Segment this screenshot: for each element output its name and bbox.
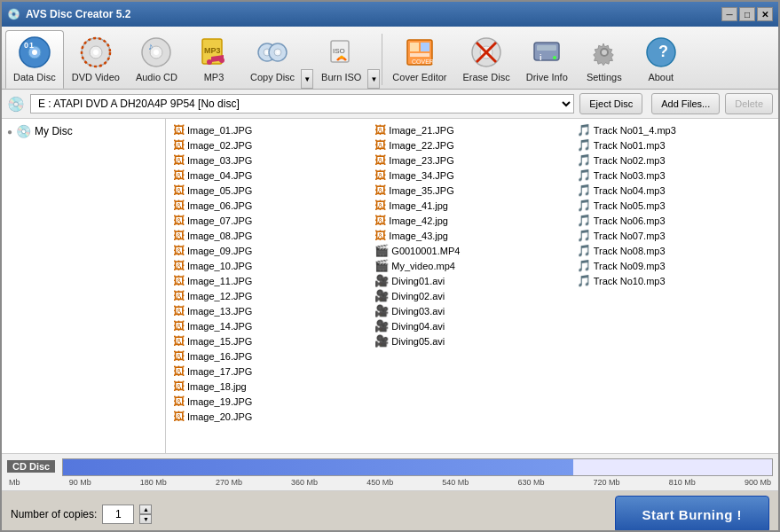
file-type-icon: 🖼 [374, 184, 386, 197]
copies-spin-down[interactable]: ▼ [139, 514, 152, 524]
file-item[interactable]: 🖼Image_07.JPG [169, 213, 371, 228]
svg-rect-28 [410, 53, 429, 57]
audio-cd-icon: ♪ [138, 35, 174, 70]
copies-input[interactable] [102, 505, 134, 524]
dvd-video-label: DVD Video [72, 72, 120, 82]
burn-iso-dropdown[interactable]: ▼ [367, 69, 380, 89]
toolbar-settings[interactable]: Settings [576, 30, 633, 89]
file-item[interactable]: 🎥Diving01.avi [371, 273, 572, 288]
file-item[interactable]: 🖼Image_22.JPG [371, 137, 572, 153]
file-item[interactable]: 🎵Track No01_4.mp3 [573, 122, 775, 137]
file-item[interactable]: 🖼Image_18.jpg [169, 379, 371, 394]
file-item[interactable]: 🖼Image_04.JPG [169, 168, 371, 183]
file-item[interactable]: 🖼Image_16.JPG [169, 348, 371, 364]
file-item[interactable]: 🖼Image_34.JPG [371, 168, 572, 183]
file-item[interactable]: 🎵Track No01.mp3 [573, 137, 775, 153]
file-item[interactable]: 🎵Track No07.mp3 [573, 228, 775, 243]
file-item[interactable]: 🎵Track No03.mp3 [573, 168, 775, 183]
copies-area: Number of copies: ▲ ▼ [11, 505, 152, 524]
file-item[interactable]: 🎵Track No06.mp3 [573, 213, 775, 228]
file-item[interactable]: 🖼Image_11.JPG [169, 273, 371, 288]
file-item[interactable]: 🎵Track No04.mp3 [573, 183, 775, 198]
file-item[interactable]: 🖼Image_06.JPG [169, 198, 371, 213]
file-item[interactable]: 🎬My_video.mp4 [371, 258, 572, 273]
file-type-icon: 🖼 [173, 364, 185, 378]
file-item[interactable]: 🖼Image_15.JPG [169, 333, 371, 348]
file-item[interactable]: 🖼Image_03.JPG [169, 153, 371, 168]
burn-iso-icon: ISO [324, 35, 359, 70]
file-type-icon: 🖼 [173, 168, 185, 182]
file-item[interactable]: 🎵Track No02.mp3 [573, 153, 775, 168]
start-burning-button[interactable]: Start Burning ! [615, 496, 770, 532]
maximize-button[interactable]: □ [739, 7, 755, 21]
file-name: Image_04.JPG [187, 170, 252, 181]
toolbar-copy-disc[interactable]: Copy Disc [242, 30, 303, 89]
file-name: Image_41.jpg [389, 200, 448, 211]
file-item[interactable]: 🖼Image_21.JPG [371, 122, 572, 137]
file-item[interactable]: 🖼Image_02.JPG [169, 137, 371, 153]
ruler-mark: 180 Mb [140, 478, 167, 487]
file-type-icon: 🖼 [173, 379, 185, 393]
close-button[interactable]: ✕ [757, 7, 773, 21]
file-item[interactable]: 🖼Image_08.JPG [169, 228, 371, 243]
toolbar-mp3[interactable]: MP3 MP3 [185, 30, 242, 89]
file-item[interactable]: 🖼Image_35.JPG [371, 183, 572, 198]
file-name: Image_13.JPG [187, 306, 252, 317]
toolbar-data-disc[interactable]: 0 1 Data Disc [5, 30, 64, 89]
file-item[interactable]: 🖼Image_14.JPG [169, 318, 371, 333]
toolbar-cover-editor[interactable]: COVER Cover Editor [384, 30, 454, 89]
file-name: Image_16.JPG [187, 351, 252, 362]
file-item[interactable]: 🎥Diving02.avi [371, 288, 572, 303]
disc-label-bar: CD Disc [2, 454, 778, 477]
add-files-button[interactable]: Add Files... [651, 93, 720, 114]
toolbar-burn-iso[interactable]: ISO Burn ISO [313, 30, 369, 89]
file-type-icon: 🎥 [374, 319, 389, 332]
file-type-icon: 🖼 [173, 199, 185, 212]
toolbar-audio-cd[interactable]: ♪ Audio CD [128, 30, 185, 89]
ruler-mark: 900 Mb [745, 478, 771, 487]
file-item[interactable]: 🖼Image_23.JPG [371, 153, 572, 168]
data-disc-icon: 0 1 [17, 35, 52, 70]
copies-label: Number of copies: [11, 508, 97, 520]
file-item[interactable]: 🖼Image_10.JPG [169, 258, 371, 273]
file-item[interactable]: 🎥Diving05.avi [371, 333, 572, 348]
drive-selector[interactable]: E : ATAPI DVD A DH20A4P 9P54 [No disc] [30, 94, 574, 113]
file-item[interactable]: 🖼Image_19.JPG [169, 394, 371, 409]
file-item[interactable]: 🖼Image_09.JPG [169, 243, 371, 258]
file-item[interactable]: 🎥Diving04.avi [371, 318, 572, 333]
file-item[interactable]: 🎥Diving03.avi [371, 303, 572, 318]
file-item[interactable]: 🖼Image_05.JPG [169, 183, 371, 198]
file-item[interactable]: 🖼Image_42.jpg [371, 213, 572, 228]
file-item[interactable]: 🖼Image_20.JPG [169, 409, 371, 424]
file-item[interactable]: 🖼Image_43.jpg [371, 228, 572, 243]
file-type-icon: 🎵 [577, 138, 591, 152]
eject-disc-button[interactable]: Eject Disc [579, 93, 642, 114]
file-item[interactable]: 🖼Image_17.JPG [169, 364, 371, 379]
drivebar: 💿 E : ATAPI DVD A DH20A4P 9P54 [No disc]… [2, 90, 778, 119]
file-item[interactable]: 🎬G0010001.MP4 [371, 243, 572, 258]
file-item[interactable]: 🖼Image_13.JPG [169, 303, 371, 318]
file-item[interactable]: 🖼Image_12.JPG [169, 288, 371, 303]
file-type-icon: 🖼 [173, 244, 185, 257]
copies-spin-up[interactable]: ▲ [139, 505, 152, 514]
file-item[interactable]: 🎵Track No10.mp3 [573, 273, 775, 288]
file-type-icon: 🖼 [173, 319, 185, 332]
file-item[interactable]: 🖼Image_01.JPG [169, 122, 371, 137]
toolbar-about[interactable]: ? About [633, 30, 689, 89]
file-type-icon: 🖼 [173, 304, 185, 317]
copy-disc-dropdown[interactable]: ▼ [301, 69, 313, 89]
file-item[interactable]: 🖼Image_41.jpg [371, 198, 572, 213]
file-item[interactable]: 🎵Track No05.mp3 [573, 198, 775, 213]
toolbar-dvd-video[interactable]: DVD Video [64, 30, 128, 89]
file-type-icon: 🖼 [374, 153, 386, 167]
audio-cd-label: Audio CD [136, 72, 177, 82]
tree-root-item[interactable]: ● 💿 My Disc [7, 124, 160, 138]
file-item[interactable]: 🎵Track No09.mp3 [573, 258, 775, 273]
toolbar-erase-disc[interactable]: Erase Disc [455, 30, 518, 89]
toolbar-drive-info[interactable]: i Drive Info [518, 30, 576, 89]
file-item[interactable]: 🎵Track No08.mp3 [573, 243, 775, 258]
svg-point-16 [219, 58, 225, 63]
minimize-button[interactable]: ─ [721, 7, 737, 21]
file-name: Image_21.JPG [389, 125, 453, 136]
ruler-mark: 720 Mb [594, 478, 620, 487]
